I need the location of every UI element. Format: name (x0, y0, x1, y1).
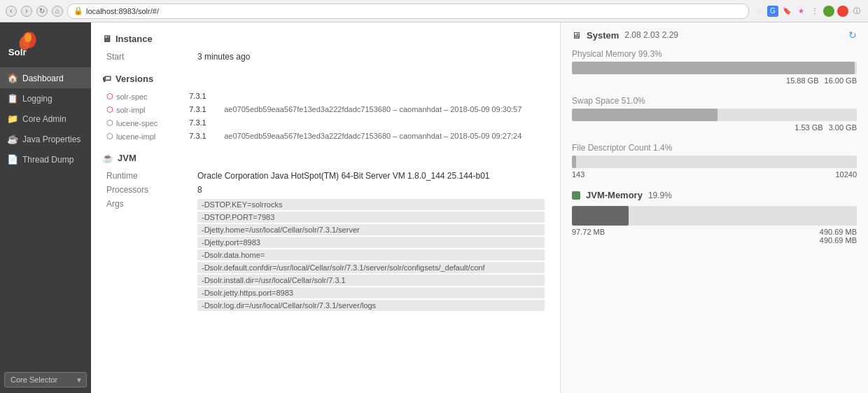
jvm-memory-section: JVM-Memory 19.9% 97.72 MB 490.69 MB 490.… (572, 190, 857, 244)
sidebar-item-thread-dump[interactable]: 📄 Thread Dump (0, 149, 91, 170)
logging-icon: 📋 (7, 93, 18, 104)
jvm-memory-fill (572, 206, 629, 226)
jvm-memory-bar (572, 206, 857, 226)
main-content: 🖥 Instance Start 3 minutes ago 🏷 Version… (91, 22, 868, 393)
list-item: -Dsolr.data.home= (197, 249, 545, 261)
jvm-table: Runtime Oracle Corporation Java HotSpot(… (102, 169, 549, 313)
versions-table: ⬡solr-spec 7.3.1 ⬡solr-impl 7.3.1 ae0705… (102, 90, 549, 143)
security-icon[interactable] (837, 6, 848, 17)
jvm-section-header: ☕ JVM (102, 153, 549, 163)
address-bar[interactable]: 🔒 localhost:8983/solr/#/ (67, 4, 749, 19)
version-detail (220, 90, 549, 103)
dashboard-icon: 🏠 (7, 73, 18, 83)
list-item: -Dsolr.log.dir=/usr/local/Cellar/solr/7.… (197, 300, 545, 311)
args-list: -DSTOP.KEY=solrrocks -DSTOP.PORT=7983 -D… (197, 199, 545, 311)
version-name: ⬡lucene-spec (102, 116, 179, 130)
file-descriptor-bar (572, 156, 857, 168)
runtime-label: Runtime (102, 169, 193, 183)
star-icon[interactable]: ☆ (753, 6, 764, 17)
core-admin-icon: 📁 (7, 113, 18, 124)
versions-section-header: 🏷 Versions (102, 74, 549, 84)
java-icon: ☕ (7, 134, 18, 144)
start-value: 3 minutes ago (193, 50, 549, 64)
core-selector-select[interactable]: Core Selector (4, 372, 87, 387)
file-descriptor-fill (572, 156, 576, 168)
list-item: -Djetty.port=8983 (197, 237, 545, 248)
file-descriptor-section: File Descriptor Count 1.4% 143 10240 (572, 143, 857, 179)
list-item: -DSTOP.KEY=solrrocks (197, 199, 545, 210)
table-row: Runtime Oracle Corporation Java HotSpot(… (102, 169, 549, 183)
sidebar-item-logging[interactable]: 📋 Logging (0, 88, 91, 109)
extensions-icon[interactable]: ⋮ (809, 6, 820, 17)
sidebar-item-java-properties[interactable]: ☕ Java Properties (0, 129, 91, 149)
processors-value: 8 (193, 183, 549, 197)
system-monitor-icon: 🖥 (572, 30, 581, 41)
physical-memory-section: Physical Memory 99.3% 15.88 GB 16.00 GB (572, 49, 857, 85)
swap-space-fill (572, 109, 718, 121)
table-row: ⬡lucene-impl 7.3.1 ae0705edb59eaa567fe13… (102, 130, 549, 143)
runtime-value: Oracle Corporation Java HotSpot(TM) 64-B… (193, 169, 549, 183)
args-values: -DSTOP.KEY=solrrocks -DSTOP.PORT=7983 -D… (193, 197, 549, 313)
instance-icon: 🖥 (102, 34, 111, 44)
start-label: Start (102, 50, 193, 64)
refresh-button[interactable]: ↻ (36, 6, 48, 17)
browser-toolbar: ☆ G 🔖 ★ ⋮ ⓘ (753, 6, 862, 17)
file-descriptor-label: File Descriptor Count 1.4% (572, 143, 857, 153)
sidebar-item-dashboard[interactable]: 🏠 Dashboard (0, 68, 91, 88)
table-row: ⬡solr-spec 7.3.1 (102, 90, 549, 103)
left-panel: 🖥 Instance Start 3 minutes ago 🏷 Version… (91, 22, 560, 393)
table-row: Processors 8 (102, 183, 549, 197)
shield-icon[interactable] (823, 6, 834, 17)
version-name: ⬡solr-spec (102, 90, 179, 103)
file-descriptor-values: 143 10240 (572, 170, 857, 179)
star-filled-icon[interactable]: ★ (795, 6, 806, 17)
solr-logo-svg: Solr (7, 31, 42, 59)
list-item: -Dsolr.install.dir=/usr/local/Cellar/sol… (197, 275, 545, 286)
svg-point-2 (24, 33, 31, 42)
menu-icon[interactable]: ⓘ (851, 6, 862, 17)
swap-space-section: Swap Space 51.0% 1.53 GB 3.00 GB (572, 96, 857, 132)
thread-dump-icon: 📄 (7, 154, 18, 165)
svg-text:Solr: Solr (8, 47, 27, 57)
processors-label: Processors (102, 183, 193, 197)
refresh-icon[interactable]: ↻ (848, 29, 857, 41)
version-detail (220, 116, 549, 130)
instance-section-header: 🖥 Instance (102, 34, 549, 44)
system-header: 🖥 System 2.08 2.03 2.29 ↻ (572, 29, 857, 41)
versions-icon: 🏷 (102, 74, 111, 84)
jvm-icon: ☕ (102, 153, 113, 163)
table-row: ⬡lucene-spec 7.3.1 (102, 116, 549, 130)
swap-space-label: Swap Space 51.0% (572, 96, 857, 106)
sidebar-item-core-admin[interactable]: 📁 Core Admin (0, 109, 91, 129)
jvm-total-values: 490.69 MB 490.69 MB (820, 228, 857, 244)
jvm-memory-header: JVM-Memory 19.9% (572, 190, 857, 200)
sidebar-nav: 🏠 Dashboard 📋 Logging 📁 Core Admin ☕ Jav… (0, 68, 91, 366)
version-name: ⬡lucene-impl (102, 130, 179, 143)
back-button[interactable]: ‹ (6, 6, 17, 17)
version-number: 7.3.1 (185, 103, 220, 116)
google-icon[interactable]: G (767, 6, 778, 17)
sidebar: Solr 🏠 Dashboard 📋 Logging 📁 Core Admin … (0, 22, 91, 393)
swap-space-bar (572, 109, 857, 121)
jvm-memory-values: 97.72 MB 490.69 MB 490.69 MB (572, 228, 857, 244)
physical-memory-label: Physical Memory 99.3% (572, 49, 857, 59)
app: Solr 🏠 Dashboard 📋 Logging 📁 Core Admin … (0, 22, 868, 393)
version-detail: ae0705edb59eaa567fe13ed3a222fdadc7153680… (220, 130, 549, 143)
list-item: -Djetty.home=/usr/local/Cellar/solr/7.3.… (197, 224, 545, 235)
bookmark-icon[interactable]: 🔖 (781, 6, 792, 17)
swap-space-values: 1.53 GB 3.00 GB (572, 123, 857, 132)
jvm-memory-dot (572, 191, 580, 200)
version-number: 7.3.1 (185, 116, 220, 130)
version-number: 7.3.1 (185, 130, 220, 143)
browser-chrome: ‹ › ↻ ⌂ 🔒 localhost:8983/solr/#/ ☆ G 🔖 ★… (0, 0, 868, 22)
physical-memory-fill (572, 62, 855, 74)
args-label: Args (102, 197, 193, 313)
list-item: -DSTOP.PORT=7983 (197, 212, 545, 223)
version-number: 7.3.1 (185, 90, 220, 103)
version-name: ⬡solr-impl (102, 103, 179, 116)
home-button[interactable]: ⌂ (52, 6, 63, 17)
core-selector[interactable]: Core Selector ▼ (4, 372, 87, 387)
table-row: ⬡solr-impl 7.3.1 ae0705edb59eaa567fe13ed… (102, 103, 549, 116)
table-row: Args -DSTOP.KEY=solrrocks -DSTOP.PORT=79… (102, 197, 549, 313)
forward-button[interactable]: › (21, 6, 32, 17)
